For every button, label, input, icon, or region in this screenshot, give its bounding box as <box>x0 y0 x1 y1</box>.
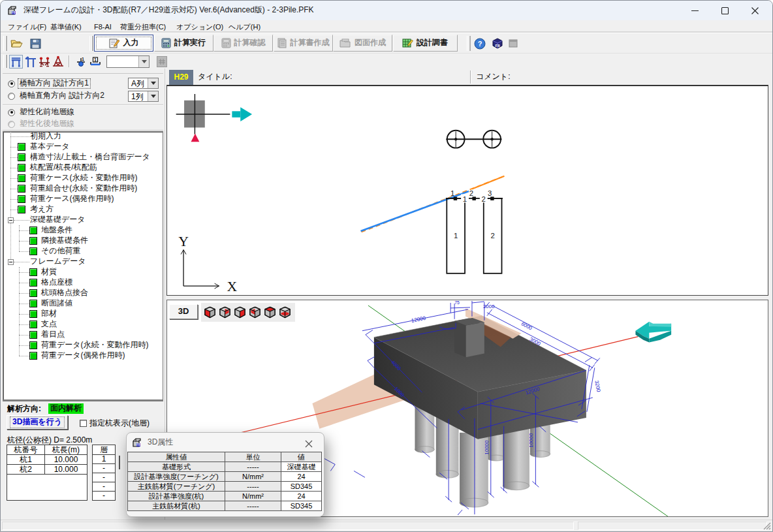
menu-item-load-share[interactable]: 荷重分担率(C) <box>118 21 168 33</box>
pile-display-label: 指定杭表示(地層) <box>89 419 150 428</box>
tree-item[interactable]: 地盤条件 <box>41 225 72 235</box>
layer-row-5[interactable]: - <box>93 492 116 501</box>
layer-row-4[interactable]: - <box>93 482 116 492</box>
tree-item[interactable]: 支点 <box>41 319 57 329</box>
layer-radio-2[interactable]: 塑性化後地層線 <box>8 119 76 129</box>
attr-row-4-value: 24 <box>281 492 322 501</box>
calc-check-mode-button[interactable]: 計算確認 <box>213 35 273 52</box>
layer-scrollbar[interactable] <box>119 456 122 469</box>
view-cube-bottom-button[interactable] <box>279 306 291 319</box>
dropdown-arrow-icon[interactable] <box>148 91 158 101</box>
view-cube-left-button[interactable] <box>204 306 216 319</box>
report-create-mode-button[interactable]: 計算書作成 <box>274 35 333 52</box>
tree-item[interactable]: 初期入力 <box>30 131 61 141</box>
tree-item[interactable]: 荷重ケース(偶発作用時) <box>30 194 114 204</box>
tree-item[interactable]: その他荷重 <box>41 246 81 256</box>
layer-row-1[interactable]: 1 <box>93 455 116 464</box>
tree-line <box>19 293 29 294</box>
node-number-label: 2 <box>469 189 473 197</box>
pier-pile-frame-button[interactable] <box>9 55 23 69</box>
design-sheet-mode-button[interactable]: 設計調書 <box>393 35 458 52</box>
pile-row-combo-a[interactable]: A列 <box>128 78 159 89</box>
tree-status-icon <box>29 227 37 234</box>
dialog-close-button[interactable] <box>305 439 317 450</box>
portal-frame-icon <box>24 55 37 69</box>
maximize-button[interactable] <box>712 1 742 20</box>
view-cube-top-left-button[interactable] <box>249 306 261 319</box>
menu-item-f8ai[interactable]: F8-AI <box>92 21 114 33</box>
tree-item[interactable]: 荷重データ(永続・変動作用時) <box>41 340 149 350</box>
open-file-button[interactable] <box>8 35 25 52</box>
node-support-button[interactable]: 1 <box>74 55 87 69</box>
tree-item[interactable]: 杭頭格点接合 <box>41 288 88 298</box>
tree-item[interactable]: 構造寸法/上載土・橋台背面データ <box>30 152 150 162</box>
view-cube-top-right-button[interactable] <box>219 306 231 319</box>
pile-row-1-name[interactable]: 杭1 <box>7 455 45 465</box>
layer-radio-1[interactable]: 塑性化前地層線 <box>8 107 76 117</box>
tree-status-icon <box>29 300 37 307</box>
tree-item[interactable]: 部材 <box>41 309 57 319</box>
tree-item[interactable]: 材質 <box>41 267 57 277</box>
ground-line-after-segment <box>472 176 505 189</box>
3d-attributes-dialog[interactable]: F8 3D属性 属性値単位値基礎形式-----深礎基礎設計基準強度(フーチング)… <box>126 432 324 517</box>
tree-item[interactable]: 基本データ <box>30 142 70 151</box>
member-number-button[interactable]: 1 <box>88 55 102 69</box>
drawing-create-mode-button[interactable]: 図面作成 <box>333 35 392 52</box>
pile-display-checkbox[interactable] <box>80 420 87 427</box>
tree-item[interactable]: 考え方 <box>30 204 54 214</box>
dropdown-arrow-icon[interactable] <box>148 78 158 88</box>
menu-item-options[interactable]: オプション(O) <box>174 21 225 33</box>
draw-3d-button[interactable]: 3D描画を行う <box>7 415 68 430</box>
tree-item[interactable]: 格点座標 <box>41 277 72 287</box>
direction-radio-1[interactable]: 橋軸方向 設計方向1 <box>8 78 90 89</box>
tree-item[interactable]: 荷重ケース(永続・変動作用時) <box>30 173 138 183</box>
save-button[interactable] <box>27 35 44 52</box>
tree-status-icon <box>29 321 37 328</box>
minimize-button[interactable] <box>682 1 712 20</box>
pile-row-2-length[interactable]: 10.000 <box>45 465 87 475</box>
tree-item[interactable]: フレームデータ <box>30 257 86 266</box>
tree-item[interactable]: 断面諸値 <box>41 298 72 308</box>
tree-collapse-icon[interactable] <box>8 217 14 223</box>
tree-item[interactable]: 着目点 <box>41 330 65 339</box>
tree-item[interactable]: 深礎基礎データ <box>30 215 86 225</box>
resize-grip[interactable] <box>763 522 771 530</box>
view-cube-right-button[interactable] <box>234 306 246 319</box>
layer-row-2[interactable]: - <box>93 464 116 473</box>
calc-run-mode-button[interactable]: 計算実行 <box>154 35 213 52</box>
input-mode-button[interactable]: 入力 <box>94 35 153 52</box>
h29-tab[interactable]: H29 <box>169 70 193 85</box>
window-title: 深礎フレームの設計・3D配筋(R7／H29道示対応) Ver.6(Advance… <box>24 6 314 15</box>
portal-frame-button[interactable] <box>24 55 37 69</box>
scale-combobox[interactable] <box>106 55 150 68</box>
pile-row-2-name[interactable]: 杭2 <box>7 465 45 475</box>
pile-row-combo-1[interactable]: 1列 <box>128 91 159 102</box>
tree-status-icon <box>18 153 25 161</box>
view-cube-top-button[interactable] <box>264 306 276 319</box>
menu-item-file[interactable]: ファイル(F) <box>6 21 48 33</box>
tree-item[interactable]: 荷重データ(偶発作用時) <box>41 351 125 360</box>
window-tool-button[interactable] <box>507 37 519 50</box>
layer-row-3[interactable]: - <box>93 473 116 482</box>
dropdown-arrow-icon[interactable] <box>138 56 149 67</box>
help-button[interactable]: ? <box>472 36 488 51</box>
close-button[interactable] <box>742 1 772 20</box>
view-3d-button[interactable]: 3D <box>169 304 198 319</box>
grid-tool-button[interactable] <box>157 56 167 67</box>
tree-status-icon <box>18 195 25 203</box>
a-frame-tower-button[interactable] <box>51 55 65 69</box>
drawing-2d[interactable]: 1 2 3 1 2 1 2 Y X <box>166 85 768 296</box>
menu-item-standards[interactable]: 基準値(K) <box>48 21 84 33</box>
dimension-label: 10000 <box>484 440 490 455</box>
tree-item[interactable]: 杭配置/杭長/杭配筋 <box>30 163 97 172</box>
pile-row-1-length[interactable]: 10.000 <box>45 455 87 465</box>
toolbar-grip2 <box>89 36 93 51</box>
tree-collapse-icon[interactable] <box>8 259 14 265</box>
tree-line <box>10 189 18 189</box>
direction-radio-2[interactable]: 橋軸直角方向 設計方向2 <box>8 91 106 101</box>
tree-item[interactable]: 隣接基礎条件 <box>41 236 88 245</box>
truss-nodes-button[interactable] <box>37 55 51 69</box>
tree-item[interactable]: 荷重組合せ(永続・変動作用時) <box>30 183 137 193</box>
menu-item-help[interactable]: ヘルプ(H) <box>227 21 262 33</box>
viewer-3d-button[interactable]: F8 <box>490 36 505 51</box>
